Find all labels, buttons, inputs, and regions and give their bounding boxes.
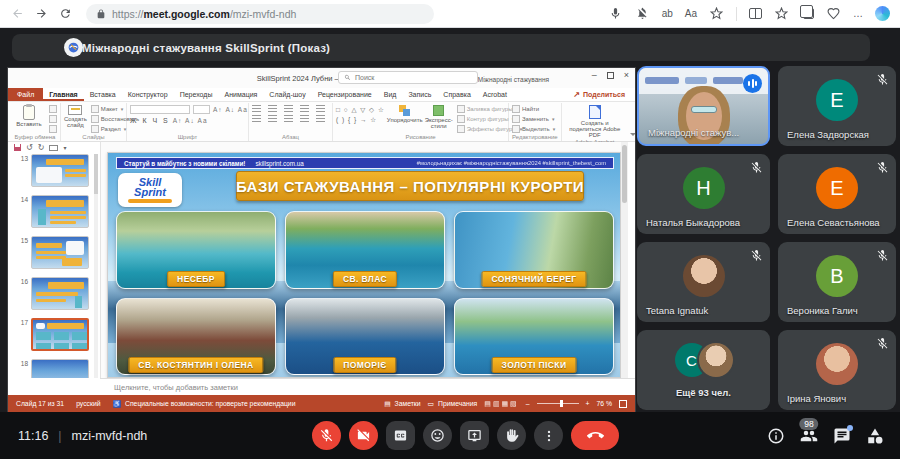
minimize-icon[interactable]: – <box>592 70 597 80</box>
tab-home[interactable]: Главная <box>43 88 83 101</box>
meeting-details-button[interactable] <box>767 427 785 445</box>
format-painter-button[interactable] <box>49 125 57 133</box>
favorites-bar-icon[interactable] <box>774 6 789 21</box>
end-call-button[interactable] <box>571 421 619 450</box>
thumbnail-18[interactable]: 18 <box>16 359 100 378</box>
slide-number-indicator[interactable]: Слайд 17 из 31 <box>16 400 64 407</box>
select-button[interactable]: Выделить <box>512 125 555 133</box>
tab-acrobat[interactable]: Acrobat <box>477 88 513 101</box>
fit-slide-icon[interactable] <box>619 400 627 408</box>
activities-button[interactable] <box>866 427 884 445</box>
slide-canvas[interactable]: Стартуй в майбутнє з новими скілами! ski… <box>107 152 621 378</box>
tab-animations[interactable]: Анимация <box>218 88 263 101</box>
align-buttons[interactable] <box>252 115 329 122</box>
tab-insert[interactable]: Вставка <box>84 88 122 101</box>
tab-view[interactable]: Вид <box>378 88 403 101</box>
accessibility-checker[interactable]: ♿Специальные возможности: проверьте реко… <box>113 400 296 408</box>
tab-help[interactable]: Справка <box>437 88 476 101</box>
chat-panel-button[interactable] <box>833 427 851 445</box>
redo-icon[interactable]: ↻ <box>38 143 45 152</box>
browser-menu-icon[interactable]: … <box>853 8 863 19</box>
replace-button[interactable]: Заменить <box>512 115 555 123</box>
mic-mute-button[interactable] <box>312 421 341 450</box>
thumbnail-16[interactable]: 16 <box>16 277 100 310</box>
browser-reload-button[interactable] <box>58 6 73 21</box>
zoom-in-icon[interactable]: + <box>586 400 590 407</box>
ppt-search-box[interactable]: Поиск <box>338 71 478 84</box>
browser-back-button[interactable] <box>10 6 25 21</box>
address-bar[interactable]: https://meet.google.com/mzi-mvfd-ndh <box>86 4 434 24</box>
captions-button[interactable] <box>386 421 415 450</box>
camera-off-button[interactable] <box>349 421 378 450</box>
participant-tile[interactable]: В Вероника Галич <box>778 242 896 322</box>
thumbnail-scrollbar[interactable] <box>94 154 98 378</box>
tab-record[interactable]: Запись <box>402 88 437 101</box>
split-screen-icon[interactable] <box>749 8 762 19</box>
ppt-account[interactable]: Міжнародні стажування <box>478 74 563 84</box>
quick-styles-button[interactable]: Экспресс-стили <box>425 105 453 129</box>
font-name-box[interactable] <box>130 105 190 114</box>
restore-icon[interactable] <box>607 72 614 79</box>
collapse-ribbon-icon[interactable] <box>630 133 635 139</box>
find-button[interactable]: Найти <box>512 105 555 113</box>
thumbnail-13[interactable]: 13 <box>16 154 100 187</box>
reactions-button[interactable] <box>423 421 452 450</box>
browser-forward-button[interactable] <box>34 6 49 21</box>
zoom-level[interactable]: 76 % <box>597 400 613 407</box>
language-indicator[interactable]: русский <box>76 400 100 407</box>
participant-tile[interactable]: Ірина Янович <box>778 330 896 410</box>
tab-review[interactable]: Рецензирование <box>312 88 378 101</box>
zoom-out-icon[interactable]: – <box>526 400 530 407</box>
font-style-buttons[interactable]: Ж К Ч S <box>130 117 170 124</box>
qat-more-icon[interactable]: ▾ <box>63 144 66 151</box>
tab-design[interactable]: Конструктор <box>122 88 174 101</box>
thumbnail-15[interactable]: 15 <box>16 236 100 269</box>
participant-tile[interactable]: Е Елена Задворская <box>778 66 896 146</box>
copilot-icon[interactable] <box>875 6 890 21</box>
save-icon[interactable] <box>14 144 21 151</box>
create-pdf-button[interactable]: Создать и поделиться Adobe PDF <box>565 105 625 138</box>
favorite-star-icon[interactable] <box>709 6 724 21</box>
undo-icon[interactable]: ↺ <box>26 143 33 152</box>
font-color-buttons[interactable]: А↑ А↓ Аа <box>173 117 208 124</box>
tab-mic-icon[interactable] <box>608 6 623 21</box>
font-size-box[interactable] <box>193 105 210 114</box>
thumbnail-14[interactable]: 14 <box>16 195 100 228</box>
paste-button[interactable]: Вставить <box>13 105 45 127</box>
font-grow-shrink-icons[interactable]: А↑ А↓ Аа <box>213 106 248 113</box>
view-mode-icons[interactable]: ▤▥▦▧ <box>484 400 518 408</box>
notifications-muted-icon[interactable] <box>635 6 650 21</box>
thumbnail-17-selected[interactable]: 17 <box>16 318 100 351</box>
copy-button[interactable] <box>49 115 57 123</box>
comments-toggle[interactable]: ▭Примечания <box>428 400 478 408</box>
cut-button[interactable] <box>49 105 57 113</box>
tab-file[interactable]: Файл <box>8 88 43 101</box>
collections-icon[interactable] <box>803 8 814 19</box>
overflow-tile[interactable]: C Ещё 93 чел. <box>637 330 770 410</box>
shared-screen-powerpoint[interactable]: SkillSprint 2024 Лубни – PowerPoint Поис… <box>8 68 635 412</box>
notes-pane[interactable]: Щелкните, чтобы добавить заметки <box>100 378 635 395</box>
close-icon[interactable]: × <box>624 70 629 80</box>
more-options-button[interactable] <box>534 421 563 450</box>
participant-tile[interactable]: Е Елена Севастьянова <box>778 154 896 234</box>
share-button[interactable]: ↗Поделиться <box>573 88 631 101</box>
tab-slideshow[interactable]: Слайд-шоу <box>263 88 311 101</box>
tab-transitions[interactable]: Переходы <box>174 88 219 101</box>
arrange-button[interactable]: Упорядочить <box>389 105 421 123</box>
slide-scrollbar[interactable] <box>621 142 628 378</box>
people-panel-button[interactable]: 98 <box>800 427 818 445</box>
shapes-gallery[interactable]: □ ○ △ ▽ ◇ ☆( ) { } → ☆ <box>336 105 385 125</box>
raise-hand-button[interactable] <box>497 421 526 450</box>
participant-tile-presenter[interactable]: Міжнародні стажув... <box>637 66 770 146</box>
read-aloud-icon[interactable]: ab <box>662 8 673 19</box>
participant-tile[interactable]: Tetana Ignatuk <box>637 242 770 322</box>
new-slide-button[interactable]: Создать слайд <box>64 105 87 128</box>
notes-toggle[interactable]: ▤Заметки <box>384 400 420 408</box>
present-button[interactable] <box>460 421 489 450</box>
browser-essentials-icon[interactable] <box>826 6 841 21</box>
list-buttons[interactable] <box>252 105 329 112</box>
zoom-slider[interactable] <box>537 403 579 404</box>
font-size-icon[interactable]: Aa <box>685 8 697 19</box>
participant-tile[interactable]: Н Наталья Быкадорова <box>637 154 770 234</box>
start-slideshow-icon[interactable] <box>49 145 58 151</box>
